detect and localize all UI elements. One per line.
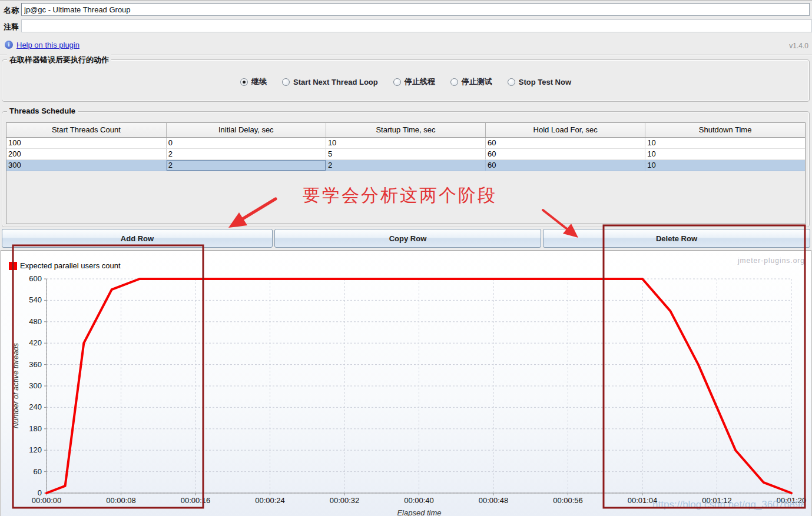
y-tick-label: 180 — [29, 424, 42, 433]
x-tick-label: 00:00:56 — [553, 496, 583, 505]
y-axis-title: Number of active threads — [11, 339, 20, 433]
radio-option-2[interactable]: 停止线程 — [393, 76, 435, 87]
threads-schedule-table: Start Threads CountInitial Delay, secSta… — [6, 123, 805, 171]
radio-selected-icon[interactable] — [240, 78, 248, 86]
table-cell[interactable]: 10 — [645, 159, 805, 171]
table-cell[interactable]: 60 — [486, 137, 645, 148]
y-tick-label: 600 — [29, 274, 42, 283]
column-header[interactable]: Initial Delay, sec — [166, 123, 326, 137]
legend-label: Expected parallel users count — [20, 261, 121, 270]
x-tick-label: 00:00:00 — [32, 496, 62, 505]
radio-icon[interactable] — [393, 78, 401, 86]
y-tick-label: 480 — [29, 317, 42, 326]
table-cell[interactable]: 10 — [326, 137, 485, 148]
name-input[interactable] — [21, 3, 810, 16]
ultimate-thread-group-panel: { "header": { "name_label": "名称：", "name… — [0, 0, 812, 516]
preview-chart-panel: 06012018024030036042048054060000:00:0000… — [1, 250, 811, 516]
radio-option-4[interactable]: Stop Test Now — [508, 78, 571, 86]
table-cell[interactable]: 60 — [486, 148, 645, 159]
legend-color-swatch — [9, 262, 17, 270]
delete-row-button[interactable]: Delete Row — [543, 229, 810, 248]
table-cell[interactable]: 200 — [6, 148, 166, 159]
threads-preview-chart: 06012018024030036042048054060000:00:0000… — [1, 251, 811, 516]
table-cell[interactable]: 60 — [486, 159, 645, 171]
radio-option-label: Stop Test Now — [519, 78, 571, 86]
x-tick-label: 00:00:32 — [330, 496, 360, 505]
radio-option-label: Start Next Thread Loop — [293, 78, 378, 86]
radio-option-1[interactable]: Start Next Thread Loop — [282, 78, 378, 86]
y-tick-label: 360 — [29, 360, 42, 369]
column-header[interactable]: Shutdown Time — [645, 123, 805, 137]
copy-row-button[interactable]: Copy Row — [274, 229, 541, 248]
table-cell[interactable]: 300 — [6, 159, 166, 171]
column-header[interactable]: Startup Time, sec — [326, 123, 485, 137]
add-row-button[interactable]: Add Row — [2, 229, 273, 248]
column-header[interactable]: Hold Load For, sec — [486, 123, 645, 137]
radio-icon[interactable] — [282, 78, 290, 86]
x-tick-label: 00:00:16 — [181, 496, 211, 505]
table-row[interactable]: 200256010 — [6, 148, 805, 159]
jmeter-plugins-watermark: jmeter-plugins.org — [738, 257, 805, 265]
table-cell[interactable]: 5 — [326, 148, 485, 159]
table-row[interactable]: 300226010 — [6, 159, 805, 171]
y-tick-label: 60 — [34, 467, 42, 476]
chart-legend: Expected parallel users count — [9, 261, 121, 270]
table-cell[interactable]: 2 — [326, 159, 485, 171]
radio-option-label: 停止测试 — [462, 76, 492, 87]
x-axis-title: Elapsed time — [378, 508, 460, 516]
table-cell[interactable]: 2 — [166, 159, 326, 171]
error-action-legend: 在取样器错误后要执行的动作 — [7, 55, 111, 65]
y-tick-label: 540 — [29, 295, 42, 304]
csdn-blog-watermark: https://blog.csdn.net/qq_36076898 — [652, 499, 806, 511]
table-cell[interactable]: 10 — [645, 137, 805, 148]
column-header[interactable]: Start Threads Count — [6, 123, 166, 137]
x-tick-label: 00:00:48 — [479, 496, 509, 505]
table-cell[interactable]: 0 — [166, 137, 326, 148]
plugin-version: v1.4.0 — [789, 42, 808, 50]
radio-icon[interactable] — [508, 78, 515, 86]
threads-schedule-legend: Threads Schedule — [7, 106, 78, 115]
y-tick-label: 420 — [29, 338, 42, 347]
help-row: i Help on this plugin v1.4.0 — [0, 37, 812, 55]
x-tick-label: 00:00:24 — [255, 496, 285, 505]
y-tick-label: 120 — [29, 445, 42, 454]
table-cell[interactable]: 100 — [6, 137, 166, 148]
radio-option-label: 继续 — [251, 76, 267, 87]
radio-icon[interactable] — [450, 78, 458, 86]
radio-option-3[interactable]: 停止测试 — [450, 76, 492, 87]
table-cell[interactable]: 10 — [645, 148, 805, 159]
y-tick-label: 240 — [29, 402, 42, 411]
radio-option-label: 停止线程 — [405, 76, 435, 87]
table-header-row: Start Threads CountInitial Delay, secSta… — [6, 123, 805, 137]
x-tick-label: 00:00:40 — [404, 496, 434, 505]
y-tick-label: 300 — [29, 381, 42, 390]
table-cell[interactable]: 2 — [166, 148, 326, 159]
threads-schedule-group: Threads Schedule Start Threads CountInit… — [2, 111, 810, 227]
error-action-group: 在取样器错误后要执行的动作 继续Start Next Thread Loop停止… — [2, 59, 810, 102]
threads-schedule-scrollpane: Start Threads CountInitial Delay, secSta… — [6, 122, 806, 224]
info-icon: i — [5, 41, 13, 49]
radio-option-0[interactable]: 继续 — [240, 76, 267, 87]
table-row[interactable]: 1000106010 — [6, 137, 805, 148]
x-tick-label: 00:00:08 — [106, 496, 136, 505]
error-action-options: 继续Start Next Thread Loop停止线程停止测试Stop Tes… — [2, 76, 809, 87]
comment-input[interactable] — [21, 19, 812, 32]
help-link[interactable]: Help on this plugin — [16, 41, 79, 49]
